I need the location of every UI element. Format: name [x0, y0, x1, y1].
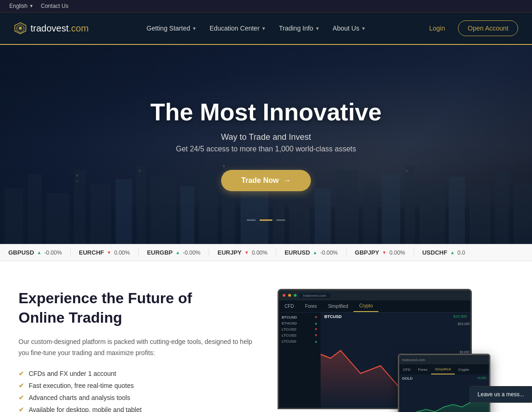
platform-tab-forex[interactable]: Forex: [300, 300, 323, 312]
main-nav: Getting Started ▼ Education Center ▼ Tra…: [141, 21, 371, 36]
nav-chevron-icon: ▼: [192, 26, 197, 31]
ticker-pair-label: EURCHF: [79, 249, 104, 256]
nav-chevron-icon: ▼: [261, 26, 266, 31]
hero-subtitle: Way to Trade and Invest: [150, 132, 382, 142]
svg-rect-34: [406, 170, 408, 172]
carousel-dot-3[interactable]: [276, 219, 285, 221]
platform-tablet-mock: tradovest.com CFD Forex Simplified Crypt…: [398, 354, 490, 412]
header: tradovest.com Getting Started ▼ Educatio…: [0, 12, 532, 45]
platform-tab-crypto[interactable]: Crypto: [353, 300, 378, 312]
check-icon: ✔: [19, 394, 24, 401]
svg-rect-4: [5, 188, 23, 244]
svg-rect-5: [28, 175, 42, 244]
hero-description: Get 24/5 access to more than 1,000 world…: [150, 145, 382, 153]
svg-rect-23: [420, 184, 445, 244]
ticker-value: 0.0: [458, 250, 465, 256]
nav-education-center[interactable]: Education Center ▼: [204, 21, 272, 36]
ticker-pair-label: GBPJPY: [355, 249, 379, 256]
main-content-section: Experience the Future of Online Trading …: [0, 261, 532, 412]
svg-rect-30: [139, 170, 141, 172]
check-icon: ✔: [19, 406, 24, 412]
logo[interactable]: tradovest.com: [14, 22, 89, 35]
svg-rect-12: [180, 186, 194, 244]
svg-rect-9: [116, 179, 132, 244]
language-selector[interactable]: English ▼: [9, 3, 33, 9]
content-heading: Experience the Future of Online Trading: [19, 289, 259, 327]
ticker-pair-label: USDCHF: [422, 249, 447, 256]
svg-rect-27: [513, 184, 532, 244]
ticker-value: 0.00%: [252, 250, 267, 256]
svg-rect-7: [74, 170, 86, 244]
feature-item-4: ✔ Available for desktop, mobile and tabl…: [19, 406, 259, 412]
ticker-value: 0.00%: [114, 250, 130, 256]
ticker-direction-icon: ▲: [175, 250, 180, 255]
svg-rect-22: [405, 165, 415, 244]
svg-rect-6: [46, 193, 69, 244]
language-chevron-icon: ▼: [29, 4, 33, 8]
ticker-item-eurchf: EURCHF ▼ 0.00%: [71, 249, 139, 256]
ticker-pair-label: EURUSD: [285, 249, 310, 256]
svg-point-2: [19, 27, 22, 30]
ticker-pair-label: GBPUSD: [8, 249, 34, 256]
svg-rect-21: [382, 175, 400, 244]
svg-rect-28: [76, 175, 78, 176]
open-account-button[interactable]: Open Account: [458, 20, 518, 36]
nav-chevron-icon: ▼: [315, 26, 320, 31]
top-bar: English ▼ Contact Us: [0, 0, 532, 12]
ticker-direction-icon: ▼: [244, 250, 249, 255]
ticker-direction-icon: ▲: [450, 250, 455, 255]
ticker-value: -0.00%: [44, 250, 62, 256]
feature-item-2: ✔ Fast execution, free real-time quotes: [19, 382, 259, 389]
content-description: Our custom-designed platform is packed w…: [19, 337, 259, 359]
svg-rect-8: [90, 184, 111, 244]
svg-rect-10: [136, 165, 146, 244]
ticker-value: 0.00%: [390, 250, 405, 256]
carousel-dot-1[interactable]: [247, 219, 256, 221]
ticker-item-eurgbp: EURGBP ▲ -0.00%: [139, 249, 210, 256]
content-left: Experience the Future of Online Trading …: [19, 289, 259, 412]
hero-carousel-dots: [247, 219, 285, 221]
nav-trading-info[interactable]: Trading Info ▼: [273, 21, 325, 36]
hero-title: The Most Innovative: [150, 98, 382, 126]
hero-section: The Most Innovative Way to Trade and Inv…: [0, 45, 532, 244]
features-list: ✔ CFDs and FX under 1 account ✔ Fast exe…: [19, 370, 259, 412]
ticker-item-gbpusd: GBPUSD ▲ -0.00%: [0, 249, 71, 256]
svg-rect-18: [315, 188, 331, 244]
nav-chevron-icon: ▼: [361, 26, 366, 31]
hero-content: The Most Innovative Way to Trade and Inv…: [150, 98, 382, 191]
ticker-direction-icon: ▲: [313, 250, 317, 255]
check-icon: ✔: [19, 382, 24, 389]
feature-item-3: ✔ Advanced charts and analysis tools: [19, 394, 259, 401]
ticker-value: -0.00%: [320, 250, 338, 256]
check-icon: ✔: [19, 370, 24, 377]
ticker-value: -0.00%: [183, 250, 200, 256]
svg-rect-24: [449, 177, 465, 244]
logo-icon: [14, 22, 27, 35]
ticker-direction-icon: ▼: [107, 250, 111, 255]
ticker-item-eurusd: EURUSD ▲ -0.00%: [276, 249, 346, 256]
nav-getting-started[interactable]: Getting Started ▼: [141, 21, 202, 36]
trade-now-button[interactable]: Trade Now →: [221, 170, 311, 191]
ticker-item-gbpjpy: GBPJPY ▼ 0.00%: [346, 249, 414, 256]
ticker-bar: GBPUSD ▲ -0.00% EURCHF ▼ 0.00% EURGBP ▲ …: [0, 244, 532, 261]
ticker-pair-label: EURGBP: [147, 249, 173, 256]
logo-text: tradovest.com: [31, 23, 89, 34]
ticker-item-usdchf: USDCHF ▲ 0.0: [414, 249, 474, 256]
svg-rect-29: [76, 180, 78, 182]
leave-message-button[interactable]: Leave us a mess...: [470, 386, 532, 403]
carousel-dot-2[interactable]: [260, 219, 272, 221]
language-label: English: [9, 3, 27, 9]
nav-about-us[interactable]: About Us ▼: [327, 21, 371, 36]
feature-item-1: ✔ CFDs and FX under 1 account: [19, 370, 259, 377]
svg-rect-25: [470, 188, 490, 244]
contact-link[interactable]: Contact Us: [41, 3, 68, 9]
ticker-direction-icon: ▲: [37, 250, 42, 255]
header-actions: Login Open Account: [424, 20, 518, 36]
ticker-direction-icon: ▼: [382, 250, 387, 255]
ticker-item-eurjpy: EURJPY ▼ 0.00%: [209, 249, 276, 256]
platform-tab-simplified[interactable]: Simplified: [322, 300, 353, 312]
svg-rect-26: [495, 172, 509, 244]
platform-tab-cfd[interactable]: CFD: [279, 300, 300, 312]
login-button[interactable]: Login: [424, 22, 451, 35]
ticker-pair-label: EURJPY: [217, 249, 241, 256]
